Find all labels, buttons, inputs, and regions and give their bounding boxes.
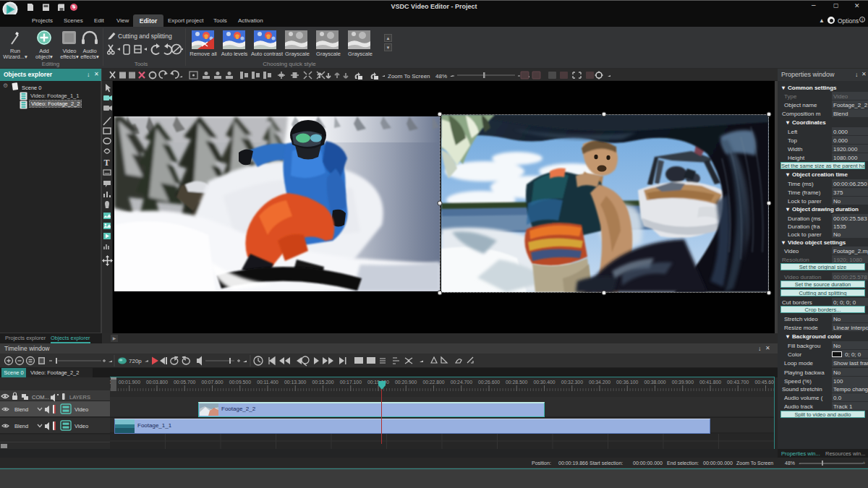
svg-text:Zoom To Screen: Zoom To Screen [388, 73, 430, 80]
svg-text:00:05.700: 00:05.700 [174, 380, 195, 385]
svg-text:00:13.300: 00:13.300 [284, 380, 306, 385]
svg-text:00:32.300: 00:32.300 [561, 380, 583, 385]
svg-text:720p: 720p [129, 358, 142, 364]
svg-text:T: T [104, 158, 110, 168]
svg-text:COM...: COM... [32, 394, 49, 401]
svg-text:00:41.800: 00:41.800 [699, 380, 721, 385]
svg-text:00:38.000: 00:38.000 [644, 380, 665, 385]
svg-text:00:07.600: 00:07.600 [201, 380, 223, 385]
svg-text:00:03.800: 00:03.800 [146, 380, 168, 385]
svg-text:00:17.100: 00:17.100 [340, 380, 362, 385]
svg-text:00:36.100: 00:36.100 [616, 380, 638, 385]
svg-text:00:30.400: 00:30.400 [533, 380, 555, 385]
svg-text:00:22.800: 00:22.800 [422, 380, 444, 385]
svg-text:00:15.200: 00:15.200 [312, 380, 333, 385]
svg-text:00:24.700: 00:24.700 [451, 380, 472, 385]
svg-text:00:09.500: 00:09.500 [229, 380, 251, 385]
svg-text:00:34.200: 00:34.200 [589, 380, 610, 385]
svg-text:00:39.900: 00:39.900 [672, 380, 694, 385]
svg-text:48%: 48% [435, 73, 447, 80]
svg-text:00:26.600: 00:26.600 [478, 380, 500, 385]
svg-text:00:11.400: 00:11.400 [257, 380, 278, 385]
svg-text:00:01.900: 00:01.900 [119, 380, 140, 385]
svg-text:Video: Video [75, 423, 88, 429]
svg-text:Video: Video [75, 406, 88, 413]
svg-text:00:28.500: 00:28.500 [506, 380, 527, 385]
svg-text:Blend: Blend [14, 406, 28, 413]
svg-text:LAYERS: LAYERS [69, 394, 90, 401]
svg-text:00:45.600: 00:45.600 [754, 380, 774, 385]
svg-text:00:43.700: 00:43.700 [727, 380, 749, 385]
svg-text:Blend: Blend [14, 423, 28, 429]
svg-text:00:20.900: 00:20.900 [395, 380, 417, 385]
